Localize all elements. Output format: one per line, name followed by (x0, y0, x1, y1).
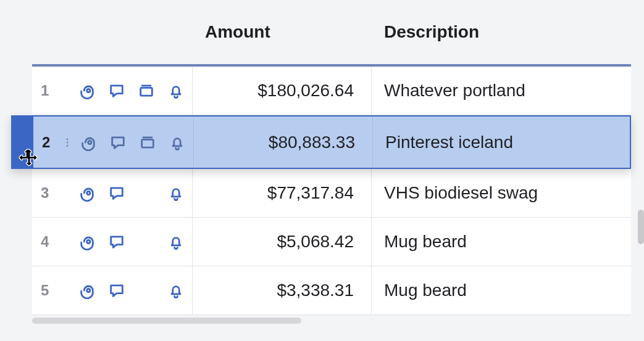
row-number: 1 (41, 82, 59, 99)
card-icon[interactable] (137, 81, 156, 100)
table-row[interactable]: 1 $180,026.64 Whatever portland (32, 67, 631, 115)
amount-cell[interactable]: $5,068.42 (193, 218, 372, 266)
table-body: 1 $180,026.64 Whatever portland 2 (32, 67, 631, 315)
amount-cell[interactable]: $3,338.31 (193, 266, 372, 314)
description-cell[interactable]: Pinterest iceland (373, 117, 630, 168)
row-gutter: 2 (33, 117, 194, 168)
description-cell[interactable]: Mug beard (372, 218, 631, 266)
horizontal-scrollbar[interactable] (32, 318, 301, 324)
header-amount[interactable]: Amount (193, 22, 372, 42)
row-number: 2 (42, 134, 61, 151)
attachment-icon[interactable] (78, 184, 96, 202)
comment-icon[interactable] (109, 133, 127, 152)
attachment-icon[interactable] (78, 81, 96, 100)
row-number: 3 (41, 184, 59, 202)
amount-cell[interactable]: $77,317.84 (193, 169, 372, 217)
table-row[interactable]: 5 $3,338.31 Mug beard (32, 266, 631, 315)
bell-icon[interactable] (168, 133, 186, 152)
drag-handle[interactable] (12, 117, 33, 168)
card-icon[interactable] (138, 133, 157, 152)
bell-icon[interactable] (167, 232, 185, 251)
description-cell[interactable]: VHS biodiesel swag (372, 169, 631, 217)
attachment-icon[interactable] (78, 281, 96, 300)
amount-cell[interactable]: $180,026.64 (193, 67, 372, 115)
comment-icon[interactable] (107, 281, 126, 300)
more-dots-icon[interactable] (61, 134, 74, 150)
row-number: 4 (41, 233, 59, 250)
table-row[interactable]: 4 $5,068.42 Mug beard (32, 218, 631, 266)
row-gutter: 1 (32, 67, 193, 115)
row-gutter: 4 (32, 218, 193, 266)
amount-cell[interactable]: $80,883.33 (194, 117, 373, 168)
bell-icon[interactable] (167, 184, 185, 202)
comment-icon[interactable] (107, 232, 126, 251)
table-header-row: Amount Description (32, 0, 631, 64)
attachment-icon[interactable] (78, 232, 96, 251)
header-description[interactable]: Description (372, 22, 631, 42)
attachment-icon[interactable] (79, 133, 98, 152)
bell-icon[interactable] (167, 281, 185, 300)
data-table: Amount Description 1 $180,026.64 Whateve… (32, 0, 631, 315)
row-gutter: 5 (32, 266, 193, 314)
table-row-selected[interactable]: 2 $80,883.33 Pinterest iceland (11, 115, 631, 169)
vertical-scrollbar[interactable] (638, 210, 644, 244)
row-number: 5 (41, 282, 59, 299)
description-cell[interactable]: Mug beard (372, 266, 631, 314)
table-row[interactable]: 3 $77,317.84 VHS biodiesel swag (32, 169, 631, 218)
description-cell[interactable]: Whatever portland (372, 67, 631, 115)
bell-icon[interactable] (167, 81, 185, 100)
row-gutter: 3 (32, 169, 193, 217)
comment-icon[interactable] (107, 81, 126, 100)
comment-icon[interactable] (107, 184, 126, 202)
